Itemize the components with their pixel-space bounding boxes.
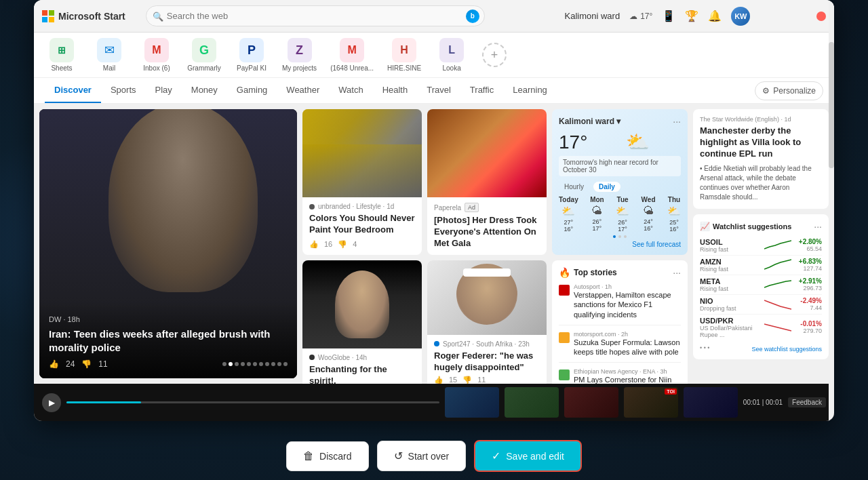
bell-icon[interactable]: 🔔 xyxy=(708,9,722,22)
app-name: Microsoft Start xyxy=(58,11,125,22)
tab-watch[interactable]: Watch xyxy=(329,78,372,103)
phone-icon[interactable]: 📱 xyxy=(662,9,675,22)
quicklink-inbox[interactable]: M Inbox (6) xyxy=(140,38,174,72)
story-item-2[interactable]: Ethiopian News Agency · ENA · 3h PM Lays… xyxy=(559,368,681,384)
stock-nio[interactable]: NIO Dropping fast -2.49% 7.44 xyxy=(700,295,822,315)
tab-travel[interactable]: Travel xyxy=(417,78,460,103)
feedback-button[interactable]: Feedback xyxy=(788,397,826,407)
video-thumb-1[interactable] xyxy=(505,387,559,418)
weather-tomorrow: Tomorrow's high near record for October … xyxy=(559,156,681,176)
video-thumb-4[interactable] xyxy=(684,387,738,418)
tab-money[interactable]: Money xyxy=(182,78,227,103)
tab-gaming[interactable]: Gaming xyxy=(227,78,277,103)
action-bar: 🗑 Discard ↺ Start over ✓ Save and edit xyxy=(286,432,582,480)
top-stories-menu[interactable]: ··· xyxy=(673,267,681,278)
quicklink-sheets[interactable]: ⊞ Sheets xyxy=(45,38,79,72)
tab-sports[interactable]: Sports xyxy=(101,78,146,103)
derby-title: Manchester derby the highlight as Villa … xyxy=(700,125,822,160)
story-item-1[interactable]: motorsport.com · 2h Suzuka Super Formula… xyxy=(559,331,681,363)
quicklink-projects[interactable]: Z My projects xyxy=(282,38,317,72)
stock-amzn[interactable]: AMZN Rising fast +6.83% 127.74 xyxy=(700,256,822,275)
quicklink-mail[interactable]: ✉ Mail xyxy=(92,38,126,72)
like-icon: 👍 xyxy=(309,240,319,249)
quicklink-grammarly[interactable]: G Grammarly xyxy=(187,38,221,72)
forecast-icon-0: ⛅ xyxy=(561,205,575,218)
stock-chart-1 xyxy=(764,258,791,272)
video-thumb-2[interactable] xyxy=(564,387,618,418)
header-temp: 17° xyxy=(640,12,652,21)
scrollbar[interactable] xyxy=(829,0,834,421)
see-forecast-link[interactable]: See full forecast xyxy=(559,241,681,248)
tab-health[interactable]: Health xyxy=(373,78,418,103)
forecast-mon: Mon 🌤 26°17° xyxy=(590,196,604,233)
derby-card[interactable]: The Star Worldwide (English) · 1d Manche… xyxy=(693,109,829,209)
thumbs-down-icon: 👎 xyxy=(81,359,92,369)
bedroom-source-dot xyxy=(309,204,315,209)
close-button[interactable] xyxy=(816,12,826,21)
stock-change-0: +2.80% 65.54 xyxy=(791,238,822,252)
forecast-icon-2: ⛅ xyxy=(616,205,629,218)
weather-menu-icon[interactable]: ··· xyxy=(673,116,681,127)
tab-weather[interactable]: Weather xyxy=(277,78,329,103)
personalize-button[interactable]: ⚙ Personalize xyxy=(755,81,823,100)
discard-button[interactable]: 🗑 Discard xyxy=(286,441,368,471)
video-thumb-0[interactable] xyxy=(445,387,499,418)
save-edit-button[interactable]: ✓ Save and edit xyxy=(474,440,582,472)
video-strip: ▶ TOI 00:01 | 00:01 xyxy=(34,384,834,421)
sheets-icon: ⊞ xyxy=(50,38,74,62)
search-input[interactable] xyxy=(146,5,485,26)
thumb-bg-4 xyxy=(684,387,738,418)
story-source-1: motorsport.com · 2h xyxy=(574,331,681,338)
video-time: 00:01 | 00:01 xyxy=(743,399,783,406)
see-watchlist-link[interactable]: See watchlist suggestions xyxy=(751,346,822,353)
federer-image xyxy=(427,260,547,335)
stock-usoil[interactable]: USOIL Rising fast +2.80% 65.54 xyxy=(700,236,822,256)
bedroom-down: 4 xyxy=(353,240,357,249)
quicklink-paypal[interactable]: P PayPal KI xyxy=(235,38,269,72)
ms-start-content: ⊞ Sheets ✉ Mail M Inbox (6) G Grammarly … xyxy=(34,33,834,421)
bedroom-article[interactable]: unbranded · Lifestyle · 1d Colors You Sh… xyxy=(302,109,422,255)
play-button[interactable]: ▶ xyxy=(42,393,61,412)
trophy-icon[interactable]: 🏆 xyxy=(685,9,698,22)
header-right: Kalimoni ward ☁ 17° 📱 🏆 🔔 KW xyxy=(564,7,750,26)
thumbs-up-icon: 👍 xyxy=(49,359,59,369)
weather-tab-hourly[interactable]: Hourly xyxy=(559,182,589,192)
tab-learning[interactable]: Learning xyxy=(503,78,557,103)
watchlist-menu[interactable]: ··· xyxy=(814,221,822,232)
looka-label: Looka xyxy=(442,64,460,72)
video-thumb-3[interactable]: TOI xyxy=(624,387,678,418)
quicklink-hiresine[interactable]: H HIRE.SINE xyxy=(387,38,421,72)
stock-ticker-2: META xyxy=(700,277,764,285)
federer-article[interactable]: Sport247 · South Afrika · 23h Roger Fede… xyxy=(427,260,547,384)
tab-traffic[interactable]: Traffic xyxy=(460,78,503,103)
weather-tab-daily[interactable]: Daily xyxy=(593,182,620,192)
quicklink-looka[interactable]: L Looka xyxy=(435,38,469,72)
start-over-button[interactable]: ↺ Start over xyxy=(377,441,467,471)
chevron-down-icon[interactable]: ▾ xyxy=(616,117,620,126)
bedroom-card-body: unbranded · Lifestyle · 1d Colors You Sh… xyxy=(302,197,422,254)
federer-title: Roger Federer: "he was hugely disappoint… xyxy=(434,351,540,374)
stock-chart-4 xyxy=(764,321,791,334)
scrollbar-thumb[interactable] xyxy=(829,42,834,168)
quicklink-unread[interactable]: M (1648 Unrea... xyxy=(330,38,374,72)
personalize-label: Personalize xyxy=(773,86,816,96)
dislike-icon: 👎 xyxy=(462,376,472,384)
woman-article[interactable]: Paperela Ad [Photos] Her Dress Took Ever… xyxy=(427,109,547,255)
watchlist-title-text: Watchlist suggestions xyxy=(713,222,791,231)
tab-play[interactable]: Play xyxy=(146,78,182,103)
weather-temp: 17° xyxy=(559,132,587,153)
enchanting-source-text: WooGlobe · 14h xyxy=(318,354,367,361)
stock-usdpkr[interactable]: USD/PKR US Dollar/Pakistani Rupee ... -0… xyxy=(700,315,822,340)
tab-discover[interactable]: Discover xyxy=(45,78,101,103)
user-avatar[interactable]: KW xyxy=(731,7,750,26)
stock-meta[interactable]: META Rising fast +2.91% 296.73 xyxy=(700,275,822,295)
hiresine-icon: H xyxy=(392,38,416,62)
add-quicklink-button[interactable]: + xyxy=(482,43,507,67)
story-text-0: Autosport · 1h Verstappen, Hamilton esca… xyxy=(574,283,681,319)
story-item-0[interactable]: Autosport · 1h Verstappen, Hamilton esca… xyxy=(559,283,681,325)
main-article[interactable]: DW · 18h Iran: Teen dies weeks after all… xyxy=(39,109,297,378)
enchanting-article[interactable]: WooGlobe · 14h Enchanting for the spirit… xyxy=(302,260,422,384)
forecast-temps-2: 26°17° xyxy=(618,219,627,233)
stock-left-1: AMZN Rising fast xyxy=(700,258,764,273)
video-progress[interactable] xyxy=(66,401,439,403)
